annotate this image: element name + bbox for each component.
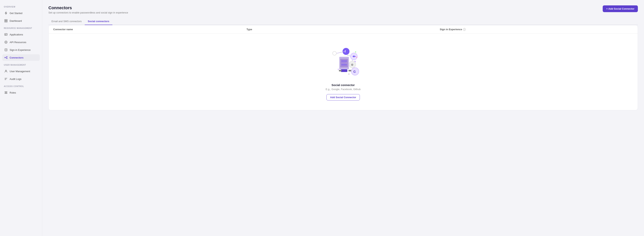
svg-text:⊙: ⊙ [351,63,353,66]
svg-point-38 [355,51,356,53]
svg-point-8 [6,56,7,57]
page-title-area: Connectors Set up connectors to enable p… [48,6,128,14]
empty-state: f ⊙ G [48,34,638,110]
resource-section-label: RESOURCE MANAGEMENT [2,25,40,30]
svg-point-13 [332,51,336,55]
get-started-label: Get Started [10,12,22,15]
svg-point-18 [342,48,350,55]
main-content: Connectors Set up connectors to enable p… [42,0,644,236]
col-connector-name: Connector name [53,28,246,31]
user-section-label: USER MANAGEMENT [2,62,40,67]
add-social-connector-button-empty[interactable]: Add Social Connector [326,94,360,100]
sidebar-item-dashboard[interactable]: Dashboard [2,18,40,24]
svg-rect-32 [348,70,351,71]
roles-label: Roles [10,91,16,94]
dashboard-label: Dashboard [10,20,22,22]
svg-point-39 [356,57,357,58]
page-header: Connectors Set up connectors to enable p… [48,6,638,14]
sidebar-item-get-started[interactable]: Get Started [2,10,40,16]
sidebar-item-roles[interactable]: Roles [2,89,40,96]
sidebar-item-sign-in-experience[interactable]: Sign-in Experience [2,47,40,53]
empty-state-subtitle: E.g., Google, Facebook, Github [326,88,360,91]
api-resources-label: API Resources [10,41,26,44]
connectors-label: Connectors [10,56,24,59]
sidebar-item-api-resources[interactable]: API Resources [2,39,40,45]
api-icon [4,40,8,44]
sidebar-item-connectors[interactable]: Connectors [2,54,40,61]
sidebar-item-applications[interactable]: Applications [2,31,40,38]
sign-in-experience-label: Sign-in Experience [10,49,30,51]
tab-social-connectors[interactable]: Social connectors [85,18,112,25]
svg-rect-31 [339,70,342,71]
audit-logs-label: Audit Logs [10,78,21,80]
svg-rect-29 [341,64,347,65]
page-title: Connectors [48,6,128,10]
user-icon [4,69,8,73]
svg-rect-28 [341,63,346,63]
svg-rect-4 [4,34,7,35]
applications-label: Applications [10,33,23,36]
connectors-table: Connector name Type Sign in Experience i [48,25,638,110]
svg-line-34 [349,55,350,56]
signin-icon [4,48,8,52]
svg-rect-0 [4,20,6,21]
svg-point-17 [348,55,348,56]
applications-icon [4,33,8,36]
col-type: Type [246,28,440,31]
svg-point-37 [338,69,339,70]
col-sign-in-experience: Sign in Experience i [440,28,633,31]
add-social-connector-button-header[interactable]: + Add Social Connector [603,6,638,12]
sidebar-item-user-management[interactable]: User Management [2,68,40,74]
table-header: Connector name Type Sign in Experience i [48,25,638,34]
bolt-icon [4,11,8,15]
empty-state-title: Social connector [332,83,355,87]
connectors-icon [4,56,8,59]
connector-illustration: f ⊙ G [324,41,362,80]
page-subtitle: Set up connectors to enable passwordless… [48,11,128,14]
sidebar: OVERVIEW Get Started Dashboard RESOURCE … [0,0,42,236]
svg-rect-1 [6,20,7,21]
user-management-label: User Management [10,70,30,73]
svg-point-10 [6,70,6,71]
sign-in-experience-info-icon[interactable]: i [463,28,466,31]
svg-point-9 [6,58,7,59]
sidebar-item-audit-logs[interactable]: Audit Logs [2,76,40,82]
dashboard-icon [4,19,8,23]
overview-section-label: OVERVIEW [2,4,40,9]
tabs: Email and SMS connectors Social connecto… [48,18,638,25]
logs-icon [4,77,8,81]
svg-rect-2 [4,21,6,22]
svg-point-36 [348,73,350,75]
roles-icon [4,91,8,94]
tab-email-sms[interactable]: Email and SMS connectors [48,18,85,25]
svg-rect-27 [341,61,347,61]
svg-text:G: G [353,70,356,73]
access-section-label: ACCESS CONTROL [2,83,40,88]
svg-rect-30 [341,69,347,72]
svg-rect-3 [6,21,7,22]
